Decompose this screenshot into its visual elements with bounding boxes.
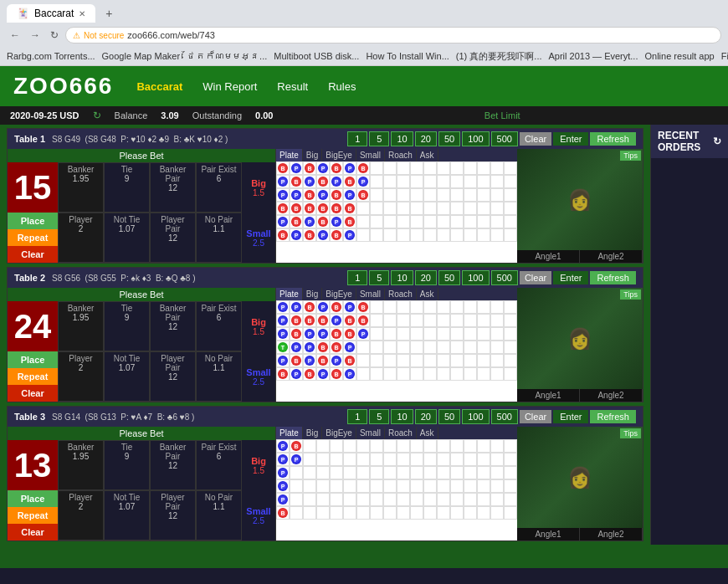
place-btn-1[interactable]: Place — [8, 213, 58, 229]
t3-no-pair-cell[interactable]: No Pair 1.1 — [196, 490, 242, 540]
bookmark-8[interactable]: Online result app — [645, 51, 715, 61]
t2-bet-500-btn[interactable]: 500 — [491, 270, 518, 285]
repeat-btn-2[interactable]: Repeat — [8, 368, 58, 385]
t2-road-tab-roach[interactable]: Roach — [385, 288, 417, 300]
place-btn-3[interactable]: Place — [8, 490, 58, 507]
t2-bet-20-btn[interactable]: 20 — [415, 270, 437, 285]
t3-big-section[interactable]: Big 1.5 — [242, 456, 275, 475]
t3-road-tab-roach[interactable]: Roach — [385, 427, 417, 439]
t3-enter-btn[interactable]: Enter — [553, 410, 588, 423]
t3-bet-50-btn[interactable]: 50 — [438, 409, 460, 424]
bookmark-9[interactable]: Fiber5 — [721, 51, 728, 61]
t2-bet-10-btn[interactable]: 10 — [391, 270, 413, 285]
not-tie-cell[interactable]: Not Tie 1.07 — [104, 213, 150, 263]
bookmark-2[interactable]: Google Map Maker — [102, 51, 181, 61]
new-tab-button[interactable]: + — [99, 3, 119, 23]
repeat-btn-1[interactable]: Repeat — [8, 229, 58, 246]
bet-limit-button[interactable]: Bet Limit — [484, 110, 520, 120]
clear-action-btn-1[interactable]: Clear — [8, 246, 58, 263]
t3-player-cell[interactable]: Player 2 — [58, 490, 104, 540]
angle2-btn-1[interactable]: Angle2 — [580, 250, 643, 263]
repeat-btn-3[interactable]: Repeat — [8, 507, 58, 524]
clear-btn[interactable]: Clear — [520, 132, 551, 146]
t3-road-tab-ask[interactable]: Ask — [417, 427, 438, 439]
place-btn-2[interactable]: Place — [8, 351, 58, 368]
t2-road-tab-big[interactable]: Big — [303, 288, 322, 300]
no-pair-cell[interactable]: No Pair 1.1 — [196, 213, 242, 263]
t2-bet-100-btn[interactable]: 100 — [462, 270, 489, 285]
bet-1-btn[interactable]: 1 — [347, 131, 367, 146]
t2-clear-btn[interactable]: Clear — [520, 271, 551, 284]
enter-btn[interactable]: Enter — [553, 132, 588, 146]
info-refresh-icon[interactable]: ↻ — [93, 110, 101, 121]
bookmark-5[interactable]: How To Install Win... — [366, 51, 449, 61]
angle1-btn-3[interactable]: Angle1 — [517, 528, 580, 540]
t3-small-section[interactable]: Small 2.5 — [242, 506, 275, 525]
road-tab-plate[interactable]: Plate — [276, 149, 303, 161]
t2-player-pair-cell[interactable]: Player Pair 12 — [150, 351, 196, 402]
url-bar[interactable]: ⚠ Not secure zoo666.com/web/743 — [65, 27, 721, 44]
t3-pair-exist-cell[interactable]: Pair Exist 6 — [196, 440, 242, 490]
t3-bet-100-btn[interactable]: 100 — [462, 409, 489, 424]
clear-action-btn-2[interactable]: Clear — [8, 385, 58, 402]
bookmark-1[interactable]: Rarbg.com Torrents... — [7, 51, 95, 61]
t3-road-tab-bigeye[interactable]: BigEye — [322, 427, 356, 439]
tab-close-button[interactable]: ✕ — [79, 9, 85, 18]
big-section[interactable]: Big 1.5 — [242, 178, 275, 197]
t3-bet-1-btn[interactable]: 1 — [347, 409, 367, 424]
t3-clear-btn[interactable]: Clear — [520, 410, 551, 423]
angle2-btn-3[interactable]: Angle2 — [580, 528, 643, 540]
t2-bet-5-btn[interactable]: 5 — [369, 270, 389, 285]
bookmark-4[interactable]: Multiboot USB disk... — [274, 51, 359, 61]
t2-banker-cell[interactable]: Banker 1.95 — [58, 301, 104, 351]
back-button[interactable]: ← — [7, 28, 23, 43]
tie-cell[interactable]: Tie 9 — [104, 162, 150, 213]
pair-exist-cell[interactable]: Pair Exist 6 — [196, 162, 242, 213]
refresh-btn[interactable]: Refresh — [590, 132, 636, 146]
t2-banker-pair-cell[interactable]: Banker Pair 12 — [150, 301, 196, 351]
angle1-btn-2[interactable]: Angle1 — [517, 389, 580, 402]
reload-button[interactable]: ↻ — [47, 28, 62, 43]
t2-bet-1-btn[interactable]: 1 — [347, 270, 367, 285]
t3-player-pair-cell[interactable]: Player Pair 12 — [150, 490, 196, 540]
t2-pair-exist-cell[interactable]: Pair Exist 6 — [196, 301, 242, 351]
bet-20-btn[interactable]: 20 — [415, 131, 437, 146]
nav-rules[interactable]: Rules — [325, 79, 359, 95]
road-tab-small[interactable]: Small — [356, 149, 385, 161]
t2-big-section[interactable]: Big 1.5 — [242, 317, 275, 336]
road-tab-ask[interactable]: Ask — [417, 149, 438, 161]
recent-orders-refresh-icon[interactable]: ↻ — [713, 136, 721, 147]
small-section[interactable]: Small 2.5 — [242, 228, 275, 248]
nav-baccarat[interactable]: Baccarat — [133, 79, 186, 95]
bet-10-btn[interactable]: 10 — [391, 131, 413, 146]
forward-button[interactable]: → — [27, 28, 44, 43]
road-tab-big[interactable]: Big — [303, 149, 322, 161]
t2-player-cell[interactable]: Player 2 — [58, 351, 104, 402]
active-tab[interactable]: 🃏 Baccarat ✕ — [7, 4, 95, 23]
t2-no-pair-cell[interactable]: No Pair 1.1 — [196, 351, 242, 402]
t2-enter-btn[interactable]: Enter — [553, 271, 588, 284]
bookmark-3[interactable]: ថែតក็ណមមអ្ន... — [187, 49, 267, 64]
t3-refresh-btn[interactable]: Refresh — [590, 410, 636, 423]
angle2-btn-2[interactable]: Angle2 — [580, 389, 643, 402]
t3-road-tab-big[interactable]: Big — [303, 427, 322, 439]
nav-win-report[interactable]: Win Report — [199, 79, 260, 95]
bet-500-btn[interactable]: 500 — [491, 131, 518, 146]
banker-cell[interactable]: Banker 1.95 — [58, 162, 104, 213]
t2-bet-50-btn[interactable]: 50 — [438, 270, 460, 285]
road-tab-roach[interactable]: Roach — [385, 149, 417, 161]
bet-100-btn[interactable]: 100 — [462, 131, 489, 146]
t3-not-tie-cell[interactable]: Not Tie 1.07 — [104, 490, 150, 540]
bookmark-7[interactable]: April 2013 — Everyt... — [549, 51, 638, 61]
player-cell[interactable]: Player 2 — [58, 213, 104, 263]
t3-bet-500-btn[interactable]: 500 — [491, 409, 518, 424]
nav-result[interactable]: Result — [274, 79, 311, 95]
t2-road-tab-ask[interactable]: Ask — [417, 288, 438, 300]
t3-bet-20-btn[interactable]: 20 — [415, 409, 437, 424]
angle1-btn-1[interactable]: Angle1 — [517, 250, 580, 263]
t2-small-section[interactable]: Small 2.5 — [242, 367, 275, 387]
t2-road-tab-small[interactable]: Small — [356, 288, 385, 300]
bookmark-6[interactable]: (1) 真的要死我吓啊... — [456, 50, 542, 63]
t3-road-tab-small[interactable]: Small — [356, 427, 385, 439]
t3-bet-10-btn[interactable]: 10 — [391, 409, 413, 424]
